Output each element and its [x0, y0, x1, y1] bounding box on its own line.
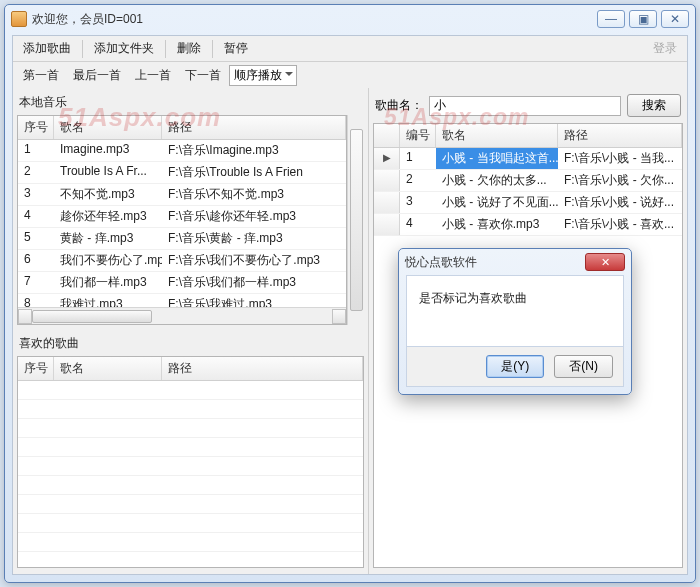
- search-label: 歌曲名：: [375, 97, 423, 114]
- close-button[interactable]: ✕: [661, 10, 689, 28]
- col-path[interactable]: 路径: [558, 124, 682, 147]
- col-name[interactable]: 歌名: [436, 124, 558, 147]
- dialog-body: 是否标记为喜欢歌曲: [406, 275, 624, 347]
- table-row[interactable]: 2Trouble Is A Fr...F:\音乐\Trouble Is A Fr…: [18, 162, 346, 184]
- table-row[interactable]: [18, 495, 363, 514]
- first-button[interactable]: 第一首: [17, 64, 65, 87]
- table-row[interactable]: 3小贱 - 说好了不见面...F:\音乐\小贱 - 说好...: [374, 192, 682, 214]
- table-row[interactable]: 2小贱 - 欠你的太多...F:\音乐\小贱 - 欠你...: [374, 170, 682, 192]
- toolbar: 添加歌曲 添加文件夹 删除 暂停 登录: [13, 36, 687, 62]
- hscrollbar[interactable]: [18, 307, 346, 324]
- col-name[interactable]: 歌名: [54, 357, 162, 380]
- table-row[interactable]: 5黄龄 - 痒.mp3F:\音乐\黄龄 - 痒.mp3: [18, 228, 346, 250]
- table-row[interactable]: 4趁你还年轻.mp3F:\音乐\趁你还年轻.mp3: [18, 206, 346, 228]
- prev-button[interactable]: 上一首: [129, 64, 177, 87]
- col-name[interactable]: 歌名: [54, 116, 162, 139]
- col-path[interactable]: 路径: [162, 116, 346, 139]
- dialog-no-button[interactable]: 否(N): [554, 355, 613, 378]
- add-folder-button[interactable]: 添加文件夹: [88, 37, 160, 60]
- table-row[interactable]: 7我们都一样.mp3F:\音乐\我们都一样.mp3: [18, 272, 346, 294]
- table-row[interactable]: ▶1小贱 - 当我唱起这首...F:\音乐\小贱 - 当我...: [374, 148, 682, 170]
- app-icon: [11, 11, 27, 27]
- table-row[interactable]: 3不知不觉.mp3F:\音乐\不知不觉.mp3: [18, 184, 346, 206]
- col-idx[interactable]: 编号: [400, 124, 436, 147]
- minimize-button[interactable]: —: [597, 10, 625, 28]
- table-row[interactable]: 4小贱 - 喜欢你.mp3F:\音乐\小贱 - 喜欢...: [374, 214, 682, 236]
- dialog-titlebar[interactable]: 悦心点歌软件 ✕: [399, 249, 631, 275]
- col-idx[interactable]: 序号: [18, 116, 54, 139]
- table-row[interactable]: [18, 514, 363, 533]
- add-song-button[interactable]: 添加歌曲: [17, 37, 77, 60]
- table-row[interactable]: [18, 381, 363, 400]
- search-button[interactable]: 搜索: [627, 94, 681, 117]
- last-button[interactable]: 最后一首: [67, 64, 127, 87]
- maximize-button[interactable]: ▣: [629, 10, 657, 28]
- confirm-dialog: 悦心点歌软件 ✕ 是否标记为喜欢歌曲 是(Y) 否(N): [398, 248, 632, 395]
- table-row[interactable]: 8我难过.mp3F:\音乐\我难过.mp3: [18, 294, 346, 307]
- local-music-grid[interactable]: 序号 歌名 路径 1Imagine.mp3F:\音乐\Imagine.mp32T…: [17, 115, 347, 325]
- vscrollbar[interactable]: [347, 115, 364, 325]
- table-row[interactable]: [18, 419, 363, 438]
- navbar: 第一首 最后一首 上一首 下一首 顺序播放: [13, 62, 687, 88]
- table-row[interactable]: [18, 438, 363, 457]
- col-rowheader: [374, 124, 400, 147]
- dialog-message: 是否标记为喜欢歌曲: [419, 291, 527, 305]
- fav-label: 喜欢的歌曲: [17, 333, 364, 356]
- pause-button[interactable]: 暂停: [218, 37, 254, 60]
- left-panel: 本地音乐 序号 歌名 路径 1Imagine.mp3F:\音乐\Imagine.…: [13, 88, 369, 574]
- fav-grid[interactable]: 序号 歌名 路径: [17, 356, 364, 568]
- table-row[interactable]: [18, 457, 363, 476]
- dialog-title: 悦心点歌软件: [405, 254, 585, 271]
- local-music-label: 本地音乐: [17, 92, 364, 115]
- table-row[interactable]: [18, 400, 363, 419]
- table-row[interactable]: [18, 476, 363, 495]
- col-path[interactable]: 路径: [162, 357, 363, 380]
- col-idx[interactable]: 序号: [18, 357, 54, 380]
- dialog-close-button[interactable]: ✕: [585, 253, 625, 271]
- table-row[interactable]: 6我们不要伤心了.mp3F:\音乐\我们不要伤心了.mp3: [18, 250, 346, 272]
- next-button[interactable]: 下一首: [179, 64, 227, 87]
- delete-button[interactable]: 删除: [171, 37, 207, 60]
- search-input[interactable]: [429, 96, 621, 116]
- table-row[interactable]: 1Imagine.mp3F:\音乐\Imagine.mp3: [18, 140, 346, 162]
- table-row[interactable]: [18, 533, 363, 552]
- play-mode-select[interactable]: 顺序播放: [229, 65, 297, 86]
- dialog-yes-button[interactable]: 是(Y): [486, 355, 544, 378]
- titlebar[interactable]: 欢迎您，会员ID=001 — ▣ ✕: [5, 5, 695, 33]
- window-title: 欢迎您，会员ID=001: [32, 11, 597, 28]
- login-button[interactable]: 登录: [647, 37, 683, 60]
